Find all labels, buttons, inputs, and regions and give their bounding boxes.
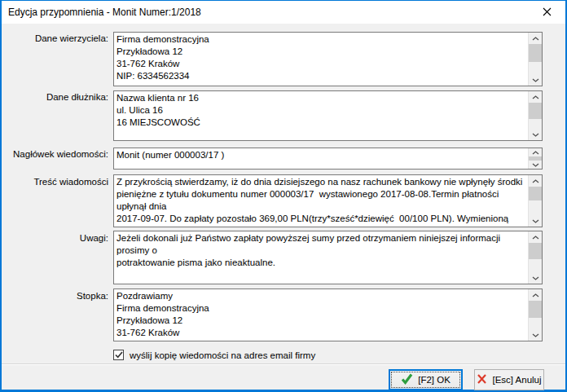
notes-scrollbar[interactable] [528,231,542,284]
scroll-track[interactable] [529,187,542,215]
scroll-thumb[interactable] [529,301,542,318]
scroll-up-button[interactable] [529,289,542,301]
window-title: Edycja przypomnienia - Monit Numer:1/201… [8,7,201,18]
message-body-label: Treść wiadomości [2,177,108,187]
debtor-data-field[interactable]: Nazwa klienta nr 16 ul. Ulica 16 16 MIEJ… [113,90,543,141]
message-header-field[interactable]: Monit (numer 000003/17 ) [113,148,543,170]
scroll-down-button[interactable] [529,129,542,140]
message-body-text[interactable]: Z przykrością stwierdzamy, iż do dnia dz… [114,175,528,227]
scroll-down-button[interactable] [529,74,542,86]
close-icon [543,7,552,18]
scroll-thumb[interactable] [529,156,542,161]
scroll-up-button[interactable] [529,33,542,44]
scroll-up-button[interactable] [529,148,542,156]
message-header-text[interactable]: Monit (numer 000003/17 ) [114,148,528,169]
footer-scrollbar[interactable] [528,289,542,341]
cancel-button[interactable]: [Esc] Anuluj [474,369,544,390]
cancel-x-icon [477,374,487,385]
scroll-track[interactable] [529,103,542,129]
scroll-down-button[interactable] [529,272,542,284]
debtor-scrollbar[interactable] [528,91,542,140]
creditor-data-text[interactable]: Firma demonstracyjna Przykładowa 12 31-7… [114,33,528,86]
close-button[interactable] [534,1,559,24]
scroll-down-button[interactable] [529,329,542,341]
debtor-data-text[interactable]: Nazwa klienta nr 16 ul. Ulica 16 16 MIEJ… [114,91,528,140]
footer-text[interactable]: Pozdrawiamy Firma demonstracyjna Przykła… [114,289,528,341]
debtor-data-label: Dane dłużnika: [2,92,108,102]
footer-text-field[interactable]: Pozdrawiamy Firma demonstracyjna Przykła… [113,288,543,341]
scroll-track[interactable] [529,44,542,74]
message-header-label: Nagłówek wiedomości: [2,149,108,159]
send-email-copy-row: wyślij kopię wiedomości na adres email f… [113,350,315,360]
scroll-track[interactable] [529,156,542,161]
notes-text[interactable]: Jeżeli dokonali już Państwo zapłaty powy… [114,231,528,284]
scroll-track[interactable] [529,301,542,329]
dialog-window: Edycja przypomnienia - Monit Numer:1/201… [0,0,567,392]
message-body-field[interactable]: Z przykrością stwierdzamy, iż do dnia dz… [113,174,543,227]
title-bar: Edycja przypomnienia - Monit Numer:1/201… [2,1,565,24]
scroll-up-button[interactable] [529,231,542,243]
body-scrollbar[interactable] [528,175,542,227]
scroll-up-button[interactable] [529,91,542,103]
scroll-down-button[interactable] [529,215,542,227]
scroll-down-button[interactable] [529,161,542,169]
checkmark-icon [115,350,123,360]
scroll-thumb[interactable] [529,44,542,62]
notes-label: Uwagi: [2,233,108,243]
ok-button-label: [F2] OK [418,375,451,385]
header-scrollbar[interactable] [528,148,542,169]
scroll-up-button[interactable] [529,175,542,187]
creditor-data-label: Dane wierzyciela: [2,33,108,43]
ok-check-icon [401,373,413,386]
scroll-track[interactable] [529,243,542,272]
scroll-thumb[interactable] [529,243,542,259]
ok-button[interactable]: [F2] OK [389,369,463,390]
footer-text-label: Stopka: [2,291,108,301]
scroll-thumb[interactable] [529,103,542,119]
creditor-scrollbar[interactable] [528,33,542,86]
creditor-data-field[interactable]: Firma demonstracyjna Przykładowa 12 31-7… [113,32,543,86]
send-email-copy-checkbox[interactable] [113,350,124,360]
cancel-button-label: [Esc] Anuluj [492,375,541,385]
notes-field[interactable]: Jeżeli dokonali już Państwo zapłaty powy… [113,231,543,284]
footer-separator [2,363,565,365]
scroll-thumb[interactable] [529,187,542,200]
send-email-copy-label[interactable]: wyślij kopię wiedomości na adres email f… [130,350,315,360]
